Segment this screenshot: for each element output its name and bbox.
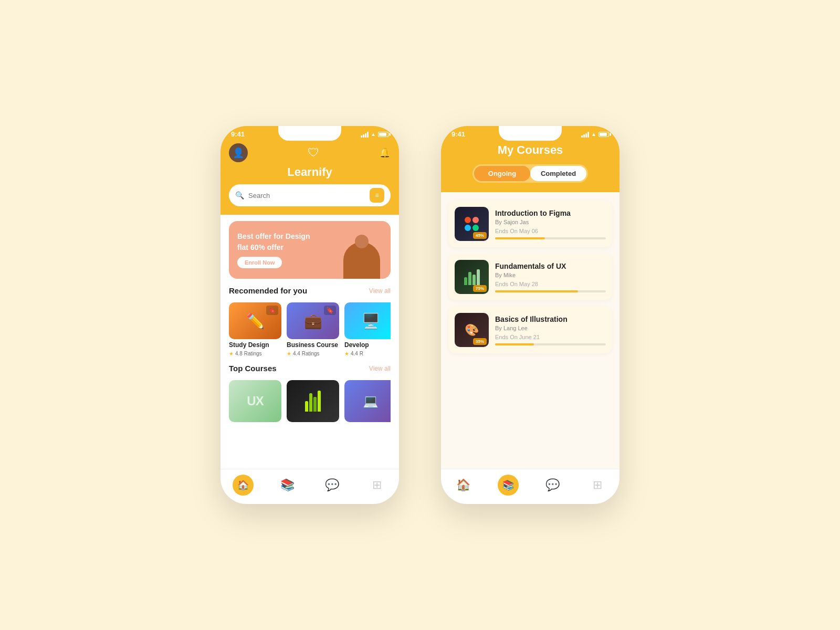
list-item[interactable]: 💻 bbox=[344, 380, 391, 422]
courses-icon: 📚 bbox=[498, 475, 519, 496]
banner-text: Best offer for Design flat 60% offer Enr… bbox=[237, 232, 310, 268]
phone2-status-icons: ▲ bbox=[581, 131, 609, 138]
nav-home[interactable]: 🏠 bbox=[233, 475, 254, 496]
progress-label-illus: 35% bbox=[473, 338, 487, 345]
phone2-header: My Courses Ongoing Completed bbox=[441, 140, 620, 192]
user-avatar[interactable]: 👤 bbox=[229, 143, 248, 162]
course-title: Develop bbox=[344, 341, 391, 349]
nav2-chat[interactable]: 💬 bbox=[542, 475, 563, 496]
banner-person-image bbox=[338, 226, 385, 279]
search-icon: 🔍 bbox=[235, 191, 244, 200]
nav2-grid[interactable]: ⊞ bbox=[587, 475, 608, 496]
top-courses-cards: UX 💻 bbox=[229, 380, 391, 422]
home-icon: 🏠 bbox=[453, 475, 474, 496]
filter-button[interactable]: ≡ bbox=[370, 188, 384, 203]
tab-completed[interactable]: Completed bbox=[530, 166, 586, 181]
phone1-time: 9:41 bbox=[231, 130, 245, 138]
course-end-date: Ends On May 06 bbox=[495, 228, 606, 234]
progress-bar bbox=[495, 290, 606, 292]
course-title: Business Course bbox=[287, 341, 339, 349]
phone2-notch bbox=[499, 126, 562, 141]
phone1: 9:41 ▲ 👤 🛡 🔔 Learnify bbox=[220, 126, 399, 504]
shield-icon: 🛡 bbox=[308, 146, 319, 160]
star-icon: ★ bbox=[344, 351, 349, 356]
phone1-top-row: 👤 🛡 🔔 bbox=[229, 143, 391, 162]
course-info-figma: Introduction to Figma By Sajon Jas Ends … bbox=[495, 209, 606, 239]
phone2-time: 9:41 bbox=[452, 130, 465, 138]
notification-bell-icon[interactable]: 🔔 bbox=[379, 147, 391, 159]
course-thumb-figma: 45% bbox=[455, 207, 489, 241]
bookmark-icon[interactable]: 🔖 bbox=[324, 306, 336, 315]
course-rating: ★ 4.8 Ratings bbox=[229, 351, 281, 356]
wifi-icon: ▲ bbox=[371, 131, 376, 137]
phone1-status-icons: ▲ bbox=[361, 131, 388, 138]
course-rating: ★ 4.4 Ratings bbox=[287, 351, 339, 356]
top-courses-view-all[interactable]: View all bbox=[369, 365, 391, 372]
course-author: By Lang Lee bbox=[495, 325, 606, 331]
list-item[interactable]: 🖥️ Develop ★ 4.4 R bbox=[344, 302, 391, 356]
phone2: 9:41 ▲ My Courses Ongoing Completed bbox=[441, 126, 620, 504]
tab-ongoing[interactable]: Ongoing bbox=[474, 166, 530, 181]
course-name: Introduction to Figma bbox=[495, 209, 606, 217]
battery-icon bbox=[378, 132, 388, 137]
course-end-date: Ends On May 28 bbox=[495, 281, 606, 287]
banner-line2: flat 60% offer bbox=[237, 243, 310, 251]
progress-bar bbox=[495, 343, 606, 345]
chat-icon: 💬 bbox=[322, 475, 343, 496]
phone1-bottom-nav: 🏠 📚 💬 ⊞ bbox=[220, 469, 399, 504]
star-icon: ★ bbox=[229, 351, 234, 356]
list-item[interactable]: 45% Introduction to Figma By Sajon Jas E… bbox=[448, 201, 612, 247]
nav-courses[interactable]: 📚 bbox=[277, 475, 298, 496]
recommended-view-all[interactable]: View all bbox=[369, 287, 391, 295]
progress-fill bbox=[495, 343, 534, 345]
list-item[interactable]: UX bbox=[229, 380, 281, 422]
phones-container: 9:41 ▲ 👤 🛡 🔔 Learnify bbox=[220, 126, 620, 504]
course-list: 45% Introduction to Figma By Sajon Jas E… bbox=[441, 192, 620, 469]
course-author: By Sajon Jas bbox=[495, 219, 606, 225]
progress-bar bbox=[495, 237, 606, 239]
phone1-header: 👤 🛡 🔔 Learnify 🔍 ≡ bbox=[220, 140, 399, 215]
progress-fill bbox=[495, 290, 578, 292]
course-thumb-study-design: 🔖 ✏️ bbox=[229, 302, 281, 339]
star-icon: ★ bbox=[287, 351, 291, 356]
list-item[interactable] bbox=[287, 380, 339, 422]
course-title: Study Design bbox=[229, 341, 281, 349]
course-author: By Mike bbox=[495, 272, 606, 278]
phone2-bottom-nav: 🏠 📚 💬 ⊞ bbox=[441, 469, 620, 504]
recommended-section-header: Recomended for you View all bbox=[229, 286, 391, 295]
course-thumb-develop: 🖥️ bbox=[344, 302, 391, 339]
home-icon: 🏠 bbox=[233, 475, 254, 496]
chat-icon: 💬 bbox=[542, 475, 563, 496]
recommended-title: Recomended for you bbox=[229, 286, 307, 295]
course-end-date: Ends On June 21 bbox=[495, 334, 606, 340]
list-item[interactable]: 🎨 35% Basics of Illustration By Lang Lee… bbox=[448, 307, 612, 353]
app-title: Learnify bbox=[229, 165, 391, 179]
promo-banner[interactable]: Best offer for Design flat 60% offer Enr… bbox=[229, 221, 391, 279]
top-courses-section-header: Top Courses View all bbox=[229, 364, 391, 373]
course-info-illustration: Basics of Illustration By Lang Lee Ends … bbox=[495, 315, 606, 345]
phone1-notch bbox=[278, 126, 341, 141]
nav2-courses[interactable]: 📚 bbox=[498, 475, 519, 496]
course-thumb-ux: 75% bbox=[455, 260, 489, 294]
list-item[interactable]: 🔖 💼 Business Course ★ 4.4 Ratings bbox=[287, 302, 339, 356]
nav2-home[interactable]: 🏠 bbox=[453, 475, 474, 496]
list-item[interactable]: 75% Fundamentals of UX By Mike Ends On M… bbox=[448, 254, 612, 300]
nav-grid[interactable]: ⊞ bbox=[366, 475, 387, 496]
list-item[interactable]: 🔖 ✏️ Study Design ★ 4.8 Ratings bbox=[229, 302, 281, 356]
grid-icon: ⊞ bbox=[587, 475, 608, 496]
progress-fill bbox=[495, 237, 545, 239]
search-bar[interactable]: 🔍 ≡ bbox=[229, 184, 391, 206]
signal-icon bbox=[361, 131, 369, 138]
course-rating: ★ 4.4 R bbox=[344, 351, 391, 356]
grid-icon: ⊞ bbox=[366, 475, 387, 496]
phone1-content: Best offer for Design flat 60% offer Enr… bbox=[220, 215, 399, 469]
search-input[interactable] bbox=[248, 192, 365, 200]
course-thumb-business: 🔖 💼 bbox=[287, 302, 339, 339]
top-courses-title: Top Courses bbox=[229, 364, 277, 373]
progress-label-figma: 45% bbox=[473, 232, 487, 239]
nav-chat[interactable]: 💬 bbox=[322, 475, 343, 496]
enroll-button[interactable]: Enroll Now bbox=[237, 257, 282, 268]
progress-label-ux: 75% bbox=[473, 285, 487, 292]
bookmark-icon[interactable]: 🔖 bbox=[266, 306, 278, 315]
my-courses-title: My Courses bbox=[449, 143, 611, 157]
